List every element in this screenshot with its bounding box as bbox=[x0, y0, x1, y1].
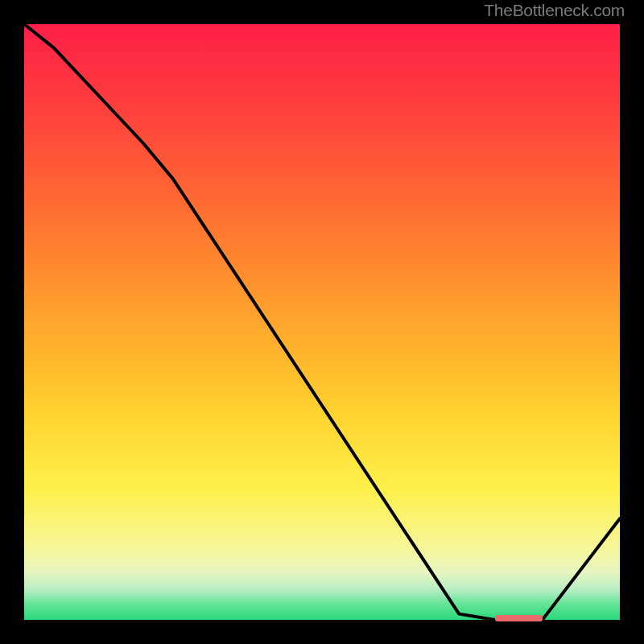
chart-canvas: TheBottleneck.com bbox=[0, 0, 644, 644]
plot-gradient-background bbox=[24, 24, 620, 620]
attribution-label: TheBottleneck.com bbox=[484, 1, 625, 20]
optimal-range-marker bbox=[495, 615, 543, 621]
